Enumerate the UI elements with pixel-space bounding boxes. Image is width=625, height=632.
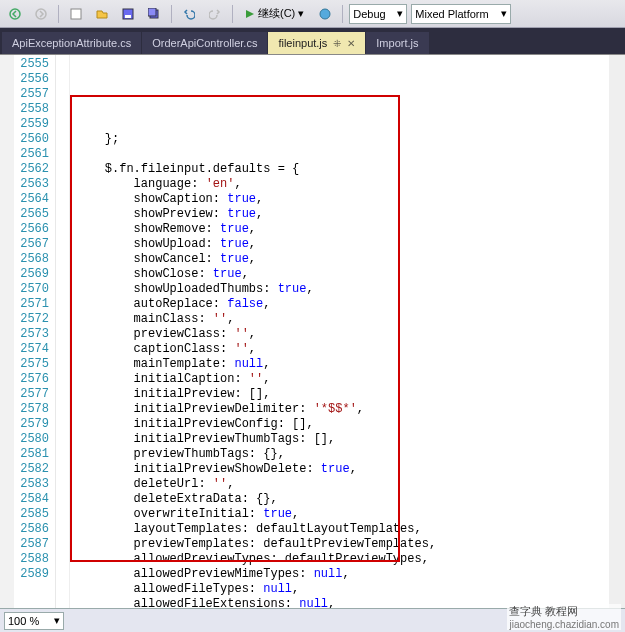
save-all-icon[interactable] [143, 3, 165, 25]
tab-fileinput[interactable]: fileinput.js ⁜ ✕ [268, 32, 366, 54]
tab-api-exception[interactable]: ApiExceptionAttribute.cs [2, 32, 142, 54]
outline-gutter[interactable] [56, 55, 70, 608]
nav-back-icon[interactable] [4, 3, 26, 25]
chevron-down-icon: ▾ [501, 7, 507, 20]
open-icon[interactable] [91, 3, 113, 25]
undo-icon[interactable] [178, 3, 200, 25]
svg-point-0 [10, 9, 20, 19]
platform-label: Mixed Platform [415, 8, 488, 20]
watermark: 查字典 教程网 jiaocheng.chazidian.com [507, 604, 621, 630]
zoom-value: 100 % [8, 615, 39, 627]
close-icon[interactable]: ✕ [347, 38, 355, 49]
save-icon[interactable] [117, 3, 139, 25]
separator [171, 5, 172, 23]
tab-order-api[interactable]: OrderApiController.cs [142, 32, 268, 54]
tab-import[interactable]: Import.js [366, 32, 429, 54]
svg-rect-6 [148, 8, 156, 16]
chevron-down-icon: ▾ [298, 7, 304, 20]
redo-icon[interactable] [204, 3, 226, 25]
code-editor[interactable]: 2555 2556 2557 2558 2559 2560 2561 2562 … [0, 54, 625, 608]
tab-label: fileinput.js [278, 37, 327, 49]
tab-label: OrderApiController.cs [152, 37, 257, 49]
line-number-gutter: 2555 2556 2557 2558 2559 2560 2561 2562 … [14, 55, 56, 608]
platform-combo[interactable]: Mixed Platform▾ [411, 4, 511, 24]
watermark-url: jiaocheng.chazidian.com [509, 619, 619, 630]
tab-bar: ApiExceptionAttribute.cs OrderApiControl… [0, 28, 625, 54]
separator [232, 5, 233, 23]
play-icon [245, 9, 255, 19]
vertical-scrollbar[interactable] [609, 55, 625, 608]
separator [342, 5, 343, 23]
continue-button[interactable]: 继续(C) ▾ [239, 3, 310, 25]
pin-icon[interactable]: ⁜ [333, 38, 341, 49]
svg-point-1 [36, 9, 46, 19]
separator [58, 5, 59, 23]
watermark-brand: 查字典 [509, 605, 542, 617]
zoom-control[interactable]: 100 %▾ [4, 612, 64, 630]
code-area[interactable]: }; $.fn.fileinput.defaults = { language:… [70, 55, 609, 608]
continue-label: 继续(C) [258, 6, 295, 21]
svg-point-7 [320, 9, 330, 19]
config-combo[interactable]: Debug▾ [349, 4, 407, 24]
nav-forward-icon[interactable] [30, 3, 52, 25]
breakpoint-gutter[interactable] [0, 55, 14, 608]
config-label: Debug [353, 8, 385, 20]
chevron-down-icon: ▾ [397, 7, 403, 20]
watermark-site: 教程网 [545, 605, 578, 617]
browser-icon[interactable] [314, 3, 336, 25]
svg-rect-2 [71, 9, 81, 19]
toolbar: 继续(C) ▾ Debug▾ Mixed Platform▾ [0, 0, 625, 28]
chevron-down-icon: ▾ [54, 614, 60, 627]
svg-rect-4 [125, 15, 131, 18]
tab-label: Import.js [376, 37, 418, 49]
new-item-icon[interactable] [65, 3, 87, 25]
tab-label: ApiExceptionAttribute.cs [12, 37, 131, 49]
